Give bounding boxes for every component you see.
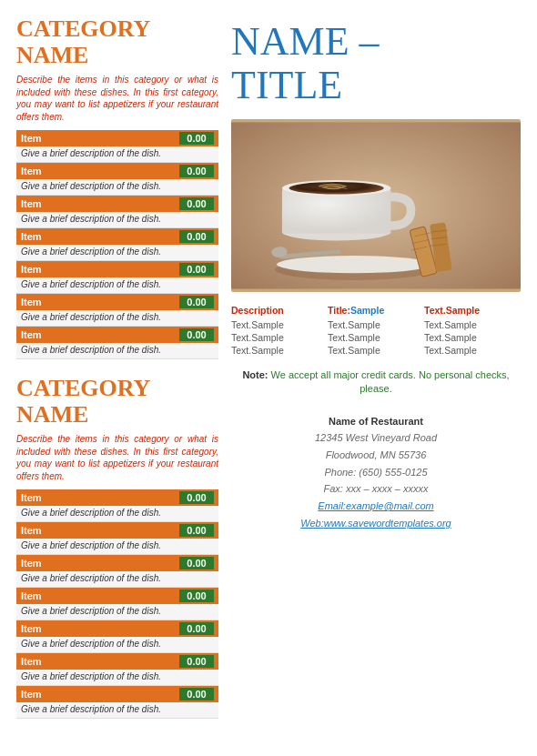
item-name: Item	[21, 525, 179, 536]
page: CATEGORYNAME Describe the items in this …	[0, 0, 537, 756]
item-name: Item	[21, 166, 179, 176]
info-col-1-header: Description	[231, 305, 328, 316]
info-cell: Text.Sample	[328, 332, 424, 343]
contact-section: Name of Restaurant 12345 West Vineyard R…	[231, 413, 521, 532]
category-2-name: CATEGORYNAME	[16, 376, 218, 428]
contact-web: Web:www.savewordtemplates.org	[231, 515, 521, 532]
note-text: We accept all major credit cards. No per…	[271, 369, 510, 394]
item-price: 0.00	[179, 197, 214, 210]
item-price: 0.00	[179, 165, 214, 177]
item-name: Item	[21, 329, 179, 340]
menu-item-row: Item 0.00	[16, 653, 218, 670]
info-cell: Text.Sample	[424, 332, 521, 343]
left-column: CATEGORYNAME Describe the items in this …	[16, 16, 218, 740]
info-col-extra: Text.Sample Text.Sample Text.Sample Text…	[424, 305, 521, 356]
item-price: 0.00	[179, 132, 214, 145]
menu-item-row: Item 0.00	[16, 261, 218, 277]
menu-item-row: Item 0.00	[16, 327, 218, 343]
item-name: Item	[21, 590, 179, 601]
menu-item-row: Item 0.00	[16, 555, 218, 571]
menu-item-row: Item 0.00	[16, 522, 218, 539]
menu-item-row: Item 0.00	[16, 588, 218, 604]
title-value: Sample	[350, 305, 384, 316]
web-label: Web:	[300, 518, 323, 529]
web-value: www.savewordtemplates.org	[324, 518, 451, 529]
item-name: Item	[21, 689, 179, 700]
info-cell: Text.Sample	[231, 319, 328, 330]
item-name: Item	[21, 133, 179, 144]
item-price: 0.00	[179, 655, 214, 668]
info-cell: Text.Sample	[328, 319, 424, 330]
menu-item-row: Item 0.00	[16, 686, 218, 702]
info-cell: Text.Sample	[424, 345, 521, 356]
contact-city: Floodwood, MN 55736	[231, 447, 521, 464]
item-desc: Give a brief description of the dish.	[16, 277, 218, 294]
item-desc: Give a brief description of the dish.	[16, 604, 218, 620]
item-name: Item	[21, 623, 179, 634]
item-price: 0.00	[179, 230, 214, 243]
contact-address: 12345 West Vineyard Road	[231, 429, 521, 447]
item-price: 0.00	[179, 688, 214, 701]
info-cell: Text.Sample	[231, 345, 328, 356]
menu-item-row: Item 0.00	[16, 130, 218, 146]
right-column: NAME –TITLE	[231, 16, 521, 740]
item-price: 0.00	[179, 524, 214, 537]
email-label: Email:	[318, 500, 346, 511]
menu-items-1: Item 0.00 Give a brief description of th…	[16, 130, 218, 359]
menu-section-1: CATEGORYNAME Describe the items in this …	[16, 16, 218, 359]
menu-item-row: Item 0.00	[16, 228, 218, 245]
category-1-desc: Describe the items in this category or w…	[16, 74, 218, 123]
item-desc: Give a brief description of the dish.	[16, 245, 218, 261]
email-value: example@mail.com	[346, 500, 434, 511]
contact-name: Name of Restaurant	[231, 413, 521, 430]
item-price: 0.00	[179, 590, 214, 602]
contact-email: Email:example@mail.com	[231, 498, 521, 515]
item-desc: Give a brief description of the dish.	[16, 637, 218, 653]
menu-item-row: Item 0.00	[16, 489, 218, 506]
item-price: 0.00	[179, 296, 214, 308]
item-desc: Give a brief description of the dish.	[16, 670, 218, 686]
item-price: 0.00	[179, 263, 214, 276]
item-desc: Give a brief description of the dish.	[16, 179, 218, 196]
svg-point-2	[277, 256, 431, 273]
info-col-description: Description Text.Sample Text.Sample Text…	[231, 305, 328, 356]
item-name: Item	[21, 492, 179, 503]
menu-section-2: CATEGORYNAME Describe the items in this …	[16, 376, 218, 719]
item-name: Item	[21, 297, 179, 307]
food-image	[231, 119, 521, 292]
item-desc: Give a brief description of the dish.	[16, 571, 218, 588]
category-1-name: CATEGORYNAME	[16, 16, 218, 68]
info-col-title: Title:Sample Text.Sample Text.Sample Tex…	[328, 305, 424, 356]
item-desc: Give a brief description of the dish.	[16, 310, 218, 327]
item-desc: Give a brief description of the dish.	[16, 702, 218, 719]
item-price: 0.00	[179, 622, 214, 635]
item-name: Item	[21, 198, 179, 209]
item-name: Item	[21, 264, 179, 275]
menu-item-row: Item 0.00	[16, 196, 218, 212]
info-cell: Text.Sample	[328, 345, 424, 356]
info-col-2-header: Title:Sample	[328, 305, 424, 316]
item-name: Item	[21, 231, 179, 242]
item-price: 0.00	[179, 557, 214, 570]
contact-fax: Fax: xxx – xxxx – xxxxx	[231, 480, 521, 498]
item-price: 0.00	[179, 328, 214, 341]
item-desc: Give a brief description of the dish.	[16, 506, 218, 522]
restaurant-title: NAME –TITLE	[231, 16, 521, 108]
note-label: Note:	[242, 369, 268, 380]
category-2-desc: Describe the items in this category or w…	[16, 433, 218, 482]
item-name: Item	[21, 558, 179, 569]
info-cell: Text.Sample	[231, 332, 328, 343]
item-name: Item	[21, 656, 179, 667]
item-desc: Give a brief description of the dish.	[16, 343, 218, 359]
menu-item-row: Item 0.00	[16, 163, 218, 179]
item-desc: Give a brief description of the dish.	[16, 212, 218, 228]
title-label: Title:	[328, 305, 350, 316]
menu-item-row: Item 0.00	[16, 294, 218, 310]
contact-phone: Phone: (650) 555-0125	[231, 464, 521, 481]
note-section: Note: We accept all major credit cards. …	[231, 368, 521, 397]
info-table: Description Text.Sample Text.Sample Text…	[231, 305, 521, 356]
menu-items-2: Item 0.00 Give a brief description of th…	[16, 489, 218, 719]
item-desc: Give a brief description of the dish.	[16, 146, 218, 163]
info-col-3-header: Text.Sample	[424, 305, 521, 316]
item-price: 0.00	[179, 491, 214, 504]
